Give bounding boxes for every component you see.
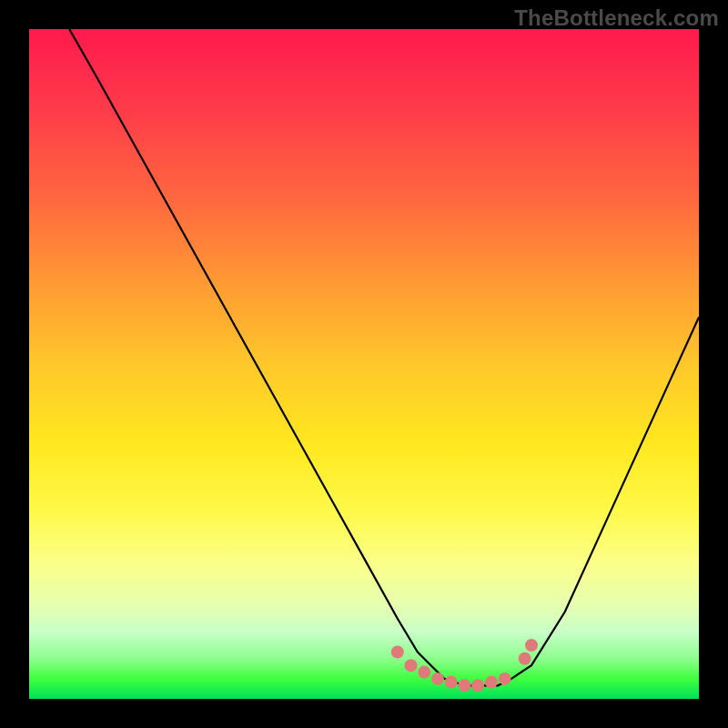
- curve-layer: [69, 29, 699, 685]
- curve-marker: [458, 679, 470, 692]
- outer-frame: TheBottleneck.com: [0, 0, 728, 728]
- curve-marker: [445, 676, 458, 689]
- curve-marker: [405, 659, 418, 672]
- curve-marker: [431, 672, 444, 685]
- bottleneck-curve: [69, 29, 699, 685]
- curve-marker: [519, 652, 531, 665]
- curve-marker: [471, 679, 484, 692]
- chart-svg: [29, 29, 699, 699]
- curve-marker: [391, 646, 404, 659]
- watermark-text: TheBottleneck.com: [514, 5, 719, 31]
- curve-marker: [418, 666, 430, 679]
- chart-plot-area: [29, 29, 699, 699]
- curve-marker: [485, 676, 498, 689]
- marker-layer: [391, 639, 538, 692]
- curve-marker: [499, 672, 511, 685]
- curve-marker: [525, 639, 538, 652]
